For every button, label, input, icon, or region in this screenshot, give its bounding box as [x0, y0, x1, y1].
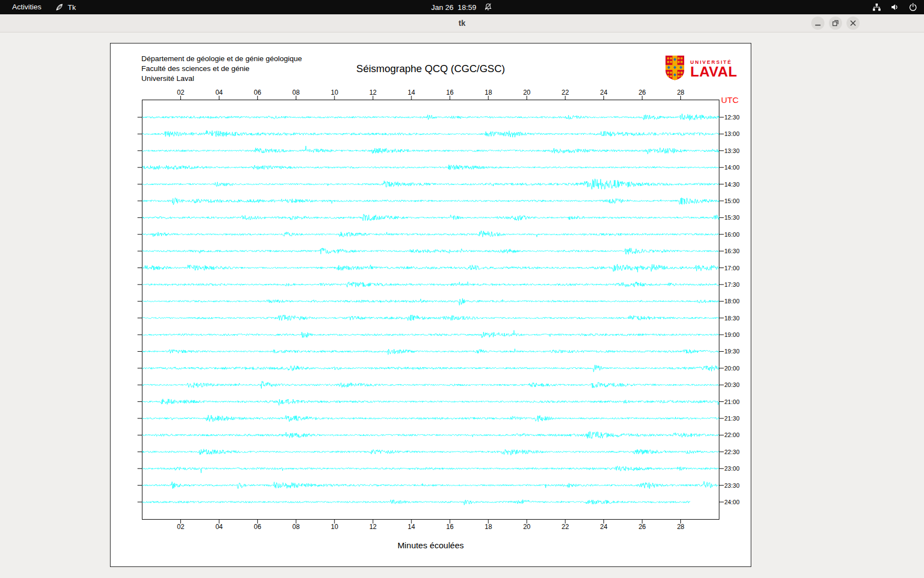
window-title: tk: [0, 14, 924, 32]
x-tick-label-top: 24: [600, 89, 607, 96]
trace-time-label: 18:00: [724, 298, 740, 304]
x-tick-label-top: 02: [177, 89, 184, 96]
desktop: { "topbar": { "activities_label": "Activ…: [0, 0, 924, 578]
seismogram-trace: [142, 165, 719, 170]
x-tick-label-top: 22: [562, 89, 569, 96]
network-icon: [872, 3, 881, 12]
trace-time-label: 13:00: [724, 130, 740, 137]
seismogram-plot: [111, 43, 751, 566]
minimize-icon: [813, 19, 822, 28]
trace-time-label: 24:00: [724, 499, 740, 505]
x-tick-label-top: 26: [639, 89, 646, 96]
trace-time-label: 22:00: [724, 432, 740, 438]
seismogram-trace: [142, 415, 719, 422]
seismogram-trace: [142, 432, 719, 439]
x-tick-label-top: 28: [677, 89, 684, 96]
seismogram-trace: [142, 466, 719, 473]
laval-shield-icon: [664, 54, 685, 83]
focused-app-menu[interactable]: Tk: [55, 0, 76, 14]
trace-time-label: 13:30: [724, 148, 740, 154]
seismogram-trace: [142, 179, 719, 189]
trace-time-label: 17:30: [724, 281, 740, 288]
clock: Jan 26 18:59: [431, 3, 476, 12]
seismogram-trace: [142, 264, 719, 272]
trace-time-label: 14:30: [724, 181, 740, 188]
x-tick-label-top: 20: [523, 89, 530, 96]
institution-line: Université Laval: [141, 74, 302, 84]
seismogram-trace: [142, 365, 719, 372]
seismogram-trace: [142, 130, 719, 137]
x-tick-label-bottom: 14: [408, 523, 415, 531]
maximize-button[interactable]: [829, 17, 842, 30]
x-tick-label-bottom: 04: [216, 523, 223, 531]
utc-axis-label: UTC: [721, 95, 739, 105]
trace-time-label: 17:00: [724, 265, 740, 271]
seismogram-trace: [142, 381, 719, 389]
trace-time-label: 18:30: [724, 315, 740, 321]
seismogram-trace: [142, 298, 719, 305]
power-icon: [909, 3, 917, 12]
x-axis-title: Minutes écoulées: [111, 541, 751, 550]
seismogram-trace: [142, 399, 719, 406]
system-status-area[interactable]: [872, 0, 917, 14]
x-tick-label-bottom: 28: [677, 523, 684, 531]
seismogram-trace: [142, 500, 690, 505]
seismogram-trace: [142, 315, 719, 320]
trace-time-label: 23:00: [724, 465, 740, 472]
close-icon: [849, 19, 857, 28]
seismogram-trace: [142, 214, 719, 221]
x-tick-label-bottom: 20: [523, 523, 530, 531]
seismograph-canvas: Département de géologie et de génie géol…: [110, 43, 751, 567]
x-tick-label-top: 04: [216, 89, 223, 96]
universite-laval-logo: UNIVERSITÉ LAVAL: [664, 54, 737, 83]
trace-time-label: 16:00: [724, 231, 740, 238]
seismogram-trace: [142, 449, 719, 455]
tk-feather-icon: [55, 3, 64, 12]
seismogram-trace: [142, 248, 719, 255]
x-tick-label-bottom: 02: [177, 523, 184, 531]
minimize-button[interactable]: [811, 17, 824, 30]
x-tick-label-top: 08: [293, 89, 300, 96]
trace-time-label: 21:00: [724, 399, 740, 405]
seismogram-trace: [142, 146, 719, 154]
seismogram-trace: [142, 481, 719, 488]
seismogram-trace: [142, 114, 719, 121]
x-tick-label-top: 14: [408, 89, 415, 96]
trace-time-label: 20:00: [724, 365, 740, 372]
trace-time-label: 19:30: [724, 348, 740, 355]
trace-time-label: 15:00: [724, 198, 740, 204]
plot-frame: [142, 100, 719, 520]
restore-icon: [831, 19, 840, 28]
x-tick-label-bottom: 16: [446, 523, 453, 531]
trace-time-label: 12:30: [724, 114, 740, 121]
x-tick-label-bottom: 22: [562, 523, 569, 531]
chart-title: Séismographe QCQ (CGC/GSC): [111, 63, 751, 75]
x-tick-label-bottom: 12: [369, 523, 376, 531]
window-titlebar[interactable]: tk: [0, 14, 924, 32]
volume-icon: [890, 3, 899, 12]
close-button[interactable]: [846, 17, 860, 30]
gnome-top-bar: Activities Tk Jan 26 18:59: [0, 0, 924, 14]
x-tick-label-bottom: 24: [600, 523, 607, 531]
focused-app-name: Tk: [68, 3, 76, 12]
trace-time-label: 23:30: [724, 482, 740, 489]
clock-menu[interactable]: Jan 26 18:59: [431, 0, 493, 14]
x-tick-label-bottom: 18: [485, 523, 492, 531]
trace-time-label: 22:30: [724, 449, 740, 455]
activities-button[interactable]: Activities: [8, 0, 46, 14]
trace-time-label: 14:00: [724, 164, 740, 171]
notifications-disabled-icon: [484, 3, 493, 12]
seismogram-trace: [142, 231, 719, 237]
seismogram-trace: [142, 282, 719, 287]
trace-time-label: 19:00: [724, 331, 740, 338]
x-tick-label-top: 06: [254, 89, 261, 96]
trace-time-label: 16:30: [724, 248, 740, 254]
x-tick-label-top: 18: [485, 89, 492, 96]
logo-word-laval: LAVAL: [690, 65, 737, 78]
trace-time-label: 15:30: [724, 214, 740, 221]
x-tick-label-bottom: 10: [331, 523, 338, 531]
x-tick-label-bottom: 26: [639, 523, 646, 531]
seismogram-trace: [142, 330, 719, 338]
x-tick-label-top: 12: [369, 89, 376, 96]
x-tick-label-bottom: 06: [254, 523, 261, 531]
